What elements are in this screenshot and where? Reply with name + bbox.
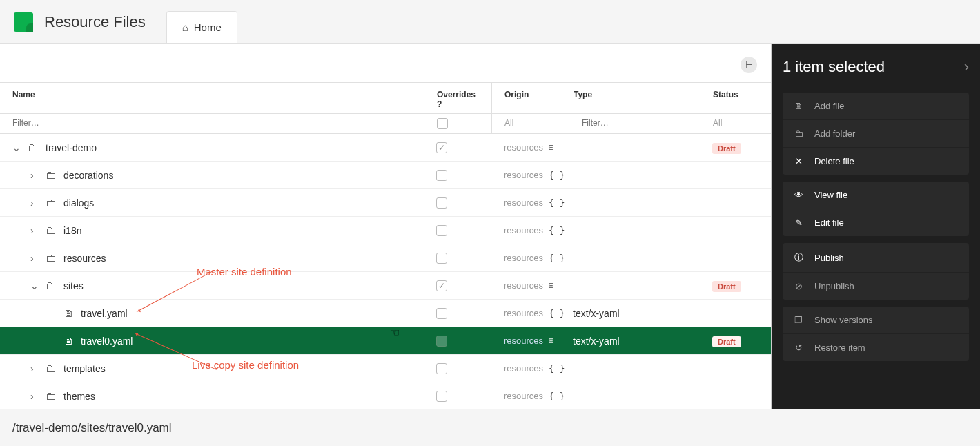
chevron-right-icon[interactable]: ›	[30, 363, 39, 374]
override-checkbox[interactable]	[436, 170, 447, 181]
override-checkbox[interactable]	[436, 225, 447, 236]
home-icon: ⌂	[182, 21, 188, 33]
info-icon: ⓘ	[792, 251, 805, 264]
col-type-header[interactable]: Type	[569, 83, 700, 113]
action-label: Show versions	[814, 315, 873, 325]
status-badge: Draft	[712, 336, 741, 347]
versions-icon: ❐	[792, 315, 805, 325]
filter-origin[interactable]: All	[491, 114, 569, 133]
origin-label: resources	[504, 142, 543, 153]
tree-folder-row[interactable]: ›dialogsresources{ }	[0, 189, 771, 217]
tree-icon: ⊢	[745, 60, 752, 70]
item-name: resources	[63, 253, 106, 264]
tree-folder-row[interactable]: ⌄sitesresources⊟Draft	[0, 272, 771, 300]
tab-label: Home	[194, 21, 222, 33]
folder-icon	[46, 252, 57, 264]
tree-folder-row[interactable]: ›themesresources{ }	[0, 382, 771, 409]
action-add-file: 🗎Add file	[783, 93, 969, 120]
folder-icon	[46, 280, 57, 292]
override-checkbox[interactable]	[436, 391, 447, 402]
origin-label: resources	[504, 308, 543, 318]
item-name: i18n	[63, 225, 81, 236]
tree-folder-row[interactable]: ›decorationsresources{ }	[0, 162, 771, 189]
tree-file-row[interactable]: travel0.yamlresources⊟text/x-yamlDraft	[0, 327, 771, 355]
map-type-icon: { }	[549, 363, 565, 374]
item-name: themes	[63, 391, 95, 402]
actions-sidebar: 1 item selected › 🗎Add file🗀Add folder✕D…	[772, 44, 980, 409]
override-checkbox[interactable]	[436, 308, 447, 319]
chevron-down-icon[interactable]: ⌄	[30, 280, 39, 291]
action-label: Delete file	[814, 156, 854, 166]
chevron-right-icon[interactable]: ›	[30, 197, 39, 209]
override-checkbox[interactable]	[436, 363, 447, 374]
chevron-right-icon[interactable]: ›	[30, 391, 39, 402]
map-type-icon: { }	[549, 197, 565, 208]
action-publish[interactable]: ⓘPublish	[783, 243, 969, 273]
action-delete-file[interactable]: ✕Delete file	[783, 148, 969, 175]
tree-folder-row[interactable]: ›templatesresources{ }	[0, 355, 771, 382]
folder-icon	[46, 224, 57, 237]
item-name: travel0.yaml	[81, 336, 133, 347]
col-overrides-header[interactable]: Overrides ?	[424, 83, 491, 113]
filter-row: All All	[0, 114, 771, 134]
tree-folder-row[interactable]: ›i18nresources{ }	[0, 217, 771, 244]
origin-label: resources	[504, 253, 543, 263]
action-label: Add file	[814, 101, 844, 111]
map-type-icon: { }	[549, 253, 565, 263]
tree-file-row[interactable]: travel.yamlresources{ }text/x-yaml	[0, 300, 771, 327]
restore-icon: ↺	[792, 342, 805, 353]
action-view-file[interactable]: 👁View file	[783, 182, 969, 209]
item-name: travel-demo	[46, 142, 97, 153]
chevron-right-icon: ›	[964, 58, 969, 76]
folder-icon	[28, 142, 39, 154]
origin-label: resources	[504, 391, 543, 401]
chevron-right-icon[interactable]: ›	[30, 225, 39, 236]
module-type-icon: ⊟	[549, 336, 554, 346]
override-checkbox[interactable]	[436, 336, 447, 347]
tree-toggle-button[interactable]: ⊢	[741, 57, 757, 73]
override-checkbox[interactable]	[436, 280, 447, 291]
chevron-right-icon[interactable]: ›	[30, 253, 39, 264]
origin-label: resources	[504, 170, 543, 180]
override-checkbox[interactable]	[436, 142, 447, 153]
pencil-icon: ✎	[792, 217, 805, 228]
action-edit-file[interactable]: ✎Edit file	[783, 209, 969, 236]
file-icon	[63, 335, 74, 347]
col-status-header[interactable]: Status	[700, 83, 759, 113]
map-type-icon: { }	[549, 225, 565, 235]
type-cell: text/x-yaml	[569, 336, 700, 347]
action-label: View file	[814, 190, 847, 200]
action-show-versions: ❐Show versions	[783, 307, 969, 334]
module-type-icon: ⊟	[549, 280, 554, 291]
col-origin-header[interactable]: Origin	[491, 83, 569, 113]
origin-label: resources	[504, 336, 543, 346]
path-footer: /travel-demo/sites/travel0.yaml	[0, 409, 980, 446]
tree-folder-row[interactable]: ›resourcesresources{ }	[0, 244, 771, 272]
tree-folder-row[interactable]: ⌄travel-demoresources⊟Draft	[0, 134, 771, 162]
item-name: sites	[63, 280, 84, 291]
override-checkbox[interactable]	[436, 197, 447, 209]
map-type-icon: { }	[549, 170, 565, 180]
status-badge: Draft	[712, 143, 741, 154]
filter-status[interactable]: All	[700, 114, 759, 133]
tree-rows: Master site definition Live copy site de…	[0, 134, 771, 409]
chevron-down-icon[interactable]: ⌄	[12, 142, 21, 153]
action-add-folder: 🗀Add folder	[783, 120, 969, 148]
action-label: Publish	[814, 253, 844, 263]
module-type-icon: ⊟	[549, 142, 554, 153]
override-checkbox[interactable]	[436, 253, 447, 264]
toolbar-blank: ⊢	[0, 44, 771, 83]
folder-icon	[46, 362, 57, 375]
chevron-right-icon[interactable]: ›	[30, 170, 39, 181]
filter-overrides-checkbox[interactable]	[437, 118, 448, 129]
tab-home[interactable]: ⌂ Home	[166, 11, 237, 43]
sidebar-title[interactable]: 1 item selected ›	[783, 58, 969, 76]
folder-plus-icon: 🗀	[792, 128, 805, 139]
col-name-header[interactable]: Name	[0, 83, 424, 113]
filter-type-input[interactable]	[582, 118, 687, 128]
file-icon	[63, 307, 74, 319]
close-icon: ✕	[792, 156, 805, 166]
item-name: dialogs	[63, 197, 94, 209]
slash-icon: ⊘	[792, 281, 805, 291]
filter-name-input[interactable]	[12, 118, 411, 128]
